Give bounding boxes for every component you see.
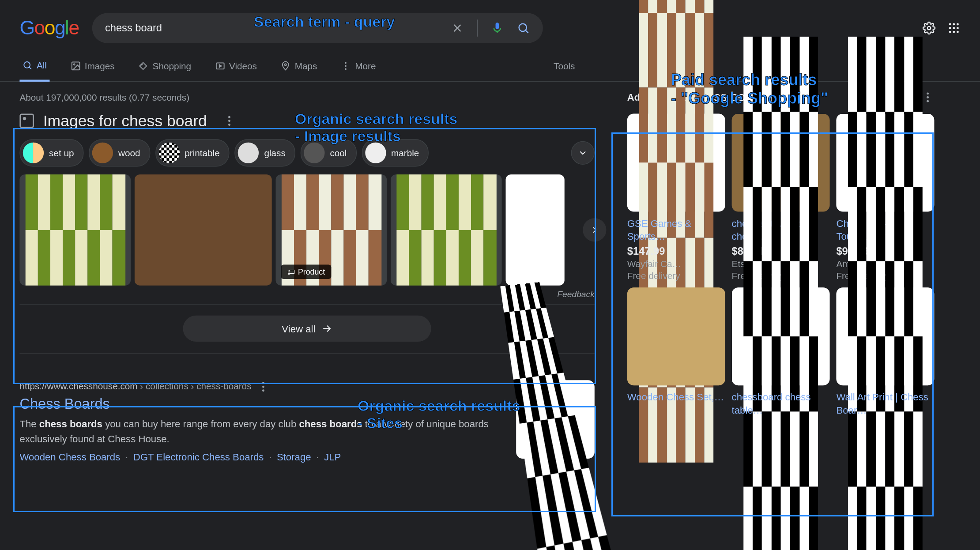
sitelinks: Wooden Chess Boards· DGT Electronic Ches…: [19, 452, 496, 463]
svg-point-9: [953, 31, 955, 33]
annotation: Paid search results - "Google Shopping": [671, 71, 828, 108]
annotation: Organic search results - Image results: [295, 110, 458, 145]
svg-point-24: [262, 386, 264, 388]
result-url[interactable]: https://www.chesshouse.com › collections…: [19, 380, 496, 393]
more-icon[interactable]: [256, 380, 270, 393]
svg-point-1: [927, 26, 931, 30]
svg-point-8: [949, 31, 951, 33]
mic-icon[interactable]: [490, 22, 504, 35]
view-all-button[interactable]: View all: [183, 316, 431, 342]
svg-point-18: [345, 65, 347, 67]
shopping-item[interactable]: Wall Art Print | Chess Boar…: [836, 287, 934, 417]
tab-more[interactable]: More: [338, 54, 379, 80]
annotation: Search term - query: [254, 13, 395, 30]
svg-point-14: [142, 64, 143, 65]
image-result[interactable]: [391, 174, 502, 286]
clear-icon[interactable]: [451, 22, 464, 35]
shopping-item[interactable]: GSE Games & Sports… $147.99 Wayfair Ca… …: [627, 114, 725, 281]
tab-videos[interactable]: Videos: [212, 54, 259, 80]
svg-point-23: [262, 382, 264, 384]
svg-point-11: [24, 62, 30, 68]
settings-icon[interactable]: [923, 22, 936, 35]
images-block-title[interactable]: Images for chess board: [43, 112, 207, 130]
tab-shopping[interactable]: Shopping: [136, 54, 194, 80]
shopping-thumbnail: [732, 287, 830, 385]
sitelink[interactable]: JLP: [324, 452, 341, 463]
svg-point-2: [949, 23, 951, 26]
result-stats: About 197,000,000 results (0.77 seconds): [19, 92, 594, 103]
svg-point-17: [345, 62, 347, 64]
sitelink[interactable]: Wooden Chess Boards: [19, 452, 120, 463]
shopping-thumbnail: [836, 287, 934, 385]
tools-button[interactable]: Tools: [554, 54, 575, 80]
google-logo[interactable]: Google: [19, 17, 79, 39]
annotation: Organic search results - Sites: [358, 397, 520, 432]
svg-point-13: [73, 64, 75, 65]
shopping-item[interactable]: Wooden Chess Set,…: [627, 287, 725, 417]
chip-wood[interactable]: wood: [89, 139, 150, 166]
shopping-thumbnail: [627, 114, 725, 212]
shopping-item[interactable]: chessboard chess table…: [732, 287, 830, 417]
result-title[interactable]: Chess Boards: [19, 396, 110, 413]
tab-maps[interactable]: Maps: [278, 54, 320, 80]
sitelink[interactable]: DGT Electronic Chess Boards: [133, 452, 264, 463]
svg-point-20: [228, 116, 230, 118]
svg-point-16: [285, 64, 286, 66]
svg-point-10: [957, 31, 959, 33]
svg-point-5: [949, 27, 951, 29]
svg-point-27: [927, 96, 929, 98]
svg-point-6: [953, 27, 955, 29]
result-thumbnail[interactable]: [516, 380, 595, 459]
chip-setup[interactable]: set up: [19, 139, 83, 166]
shopping-thumbnail: [627, 287, 725, 385]
chips-more[interactable]: [571, 141, 595, 165]
search-icon[interactable]: [516, 22, 530, 35]
more-icon[interactable]: [222, 114, 236, 128]
image-result[interactable]: [19, 174, 131, 286]
apps-icon[interactable]: [947, 22, 961, 35]
svg-point-19: [345, 68, 347, 70]
svg-point-28: [927, 100, 929, 102]
chip-printable[interactable]: printable: [155, 139, 230, 166]
svg-point-22: [228, 124, 230, 126]
tab-images[interactable]: Images: [68, 54, 117, 80]
product-tag: 🏷 Product: [281, 264, 331, 279]
more-icon[interactable]: [921, 90, 935, 104]
svg-point-26: [927, 92, 929, 94]
next-images-icon[interactable]: [583, 218, 606, 241]
svg-point-4: [957, 23, 959, 26]
image-result[interactable]: [506, 174, 565, 286]
chip-glass[interactable]: glass: [235, 139, 295, 166]
svg-point-21: [228, 120, 230, 122]
sitelink[interactable]: Storage: [277, 452, 311, 463]
svg-point-25: [262, 389, 264, 392]
shopping-item-title: Wooden Chess Set,…: [627, 391, 725, 417]
svg-point-7: [957, 27, 959, 29]
image-result[interactable]: 🏷 Product: [276, 174, 387, 286]
svg-point-3: [953, 23, 955, 26]
svg-point-0: [519, 24, 526, 31]
image-result[interactable]: [135, 174, 272, 286]
tab-all[interactable]: All: [19, 53, 49, 82]
image-icon: [19, 114, 34, 128]
tabs: All Images Shopping Videos Maps More Too…: [0, 49, 980, 82]
